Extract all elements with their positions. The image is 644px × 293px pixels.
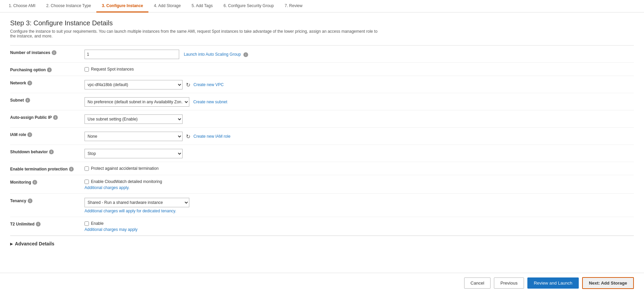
t2-unlimited-sub-link[interactable]: Additional charges may apply xyxy=(85,227,634,232)
number-of-instances-label: Number of instances i xyxy=(10,49,85,55)
purchasing-option-info-icon[interactable]: i xyxy=(47,68,52,72)
tab-add-tags[interactable]: 5. Add Tags xyxy=(186,0,218,12)
termination-protection-field: Protect against accidental termination xyxy=(85,165,634,171)
tenancy-info-icon[interactable]: i xyxy=(28,198,32,203)
number-of-instances-info-icon[interactable]: i xyxy=(52,50,56,55)
page-title: Step 3: Configure Instance Details xyxy=(10,19,634,27)
termination-protection-row: Enable termination protection i Protect … xyxy=(10,162,634,175)
number-of-instances-input[interactable] xyxy=(85,50,179,59)
tenancy-label: Tenancy i xyxy=(10,197,85,203)
advanced-details-label: Advanced Details xyxy=(15,241,54,246)
subnet-info-icon[interactable]: i xyxy=(25,98,30,103)
shutdown-behavior-field: Stop xyxy=(85,148,634,158)
monitoring-row: Monitoring i Enable CloudWatch detailed … xyxy=(10,175,634,194)
shutdown-behavior-label: Shutdown behavior i xyxy=(10,148,85,154)
main-content: Step 3: Configure Instance Details Confi… xyxy=(0,12,644,266)
termination-protection-checkbox[interactable] xyxy=(85,166,89,171)
t2-unlimited-label: T2 Unlimited i xyxy=(10,220,85,227)
purchasing-option-label: Purchasing option i xyxy=(10,66,85,72)
tenancy-sub-link[interactable]: Additional charges will apply for dedica… xyxy=(85,209,634,213)
auto-assign-ip-label: Auto-assign Public IP i xyxy=(10,114,85,120)
shutdown-behavior-row: Shutdown behavior i Stop xyxy=(10,145,634,162)
advanced-details-arrow-icon: ▶ xyxy=(10,242,13,246)
termination-protection-checkbox-label: Protect against accidental termination xyxy=(91,166,159,171)
purchasing-option-field: Request Spot instances xyxy=(85,66,634,72)
network-row: Network i vpc-df4a18bb (default) ↻ Creat… xyxy=(10,76,634,93)
advanced-details-toggle[interactable]: ▶ Advanced Details xyxy=(10,241,634,246)
monitoring-checkbox[interactable] xyxy=(85,180,89,184)
form-section: Number of instances i Launch into Auto S… xyxy=(10,45,634,236)
iam-role-row: IAM role i None ↻ Create new IAM role xyxy=(10,128,634,145)
tenancy-row: Tenancy i Shared - Run a shared hardware… xyxy=(10,194,634,217)
launch-auto-scaling-link[interactable]: Launch into Auto Scaling Group xyxy=(184,52,241,57)
iam-role-select[interactable]: None xyxy=(85,132,183,141)
subnet-row: Subnet i No preference (default subnet i… xyxy=(10,93,634,110)
network-refresh-icon[interactable]: ↻ xyxy=(186,82,190,88)
network-field: vpc-df4a18bb (default) ↻ Create new VPC xyxy=(85,79,634,89)
network-label: Network i xyxy=(10,79,85,85)
create-iam-link[interactable]: Create new IAM role xyxy=(193,134,230,139)
auto-assign-ip-info-icon[interactable]: i xyxy=(53,115,58,120)
purchasing-option-row: Purchasing option i Request Spot instanc… xyxy=(10,63,634,76)
monitoring-checkbox-label: Enable CloudWatch detailed monitoring xyxy=(91,179,162,184)
network-select[interactable]: vpc-df4a18bb (default) xyxy=(85,80,183,89)
tenancy-field: Shared - Run a shared hardware instance … xyxy=(85,197,634,213)
termination-protection-label: Enable termination protection i xyxy=(10,165,85,171)
create-subnet-link[interactable]: Create new subnet xyxy=(193,100,228,104)
wizard-navigation: 1. Choose AMI 2. Choose Instance Type 3.… xyxy=(0,0,644,12)
auto-scaling-info-icon[interactable]: i xyxy=(243,52,248,57)
auto-assign-ip-select[interactable]: Use subnet setting (Enable) xyxy=(85,114,183,124)
tab-configure-instance[interactable]: 3. Configure Instance xyxy=(96,0,148,12)
shutdown-behavior-select[interactable]: Stop xyxy=(85,149,183,158)
termination-protection-info-icon[interactable]: i xyxy=(69,167,74,171)
auto-assign-ip-field: Use subnet setting (Enable) xyxy=(85,114,634,124)
tab-add-storage[interactable]: 4. Add Storage xyxy=(148,0,186,12)
monitoring-field: Enable CloudWatch detailed monitoring Ad… xyxy=(85,179,634,190)
t2-unlimited-field: Enable Additional charges may apply xyxy=(85,220,634,232)
shutdown-behavior-info-icon[interactable]: i xyxy=(49,150,54,154)
page-description: Configure the instance to suit your requ… xyxy=(10,29,382,38)
tab-review[interactable]: 7. Review xyxy=(279,0,308,12)
create-vpc-link[interactable]: Create new VPC xyxy=(193,82,223,87)
number-of-instances-row: Number of instances i Launch into Auto S… xyxy=(10,46,634,63)
monitoring-info-icon[interactable]: i xyxy=(32,180,37,185)
t2-unlimited-info-icon[interactable]: i xyxy=(36,222,41,227)
advanced-details-section: ▶ Advanced Details xyxy=(10,236,634,251)
subnet-field: No preference (default subnet in any Ava… xyxy=(85,97,634,107)
tab-choose-instance-type[interactable]: 2. Choose Instance Type xyxy=(41,0,97,12)
iam-role-field: None ↻ Create new IAM role xyxy=(85,131,634,141)
t2-unlimited-row: T2 Unlimited i Enable Additional charges… xyxy=(10,217,634,236)
tab-configure-security-group[interactable]: 6. Configure Security Group xyxy=(218,0,279,12)
tenancy-select[interactable]: Shared - Run a shared hardware instance xyxy=(85,198,189,207)
monitoring-label: Monitoring i xyxy=(10,179,85,185)
subnet-label: Subnet i xyxy=(10,97,85,103)
iam-role-label: IAM role i xyxy=(10,131,85,137)
iam-role-info-icon[interactable]: i xyxy=(27,132,32,137)
t2-unlimited-checkbox[interactable] xyxy=(85,221,89,226)
number-of-instances-field: Launch into Auto Scaling Group i xyxy=(85,49,634,59)
network-info-icon[interactable]: i xyxy=(27,81,32,85)
request-spot-instances-label: Request Spot instances xyxy=(91,67,134,72)
request-spot-instances-checkbox[interactable] xyxy=(85,67,89,72)
monitoring-sub-link[interactable]: Additional charges apply. xyxy=(85,185,634,190)
t2-unlimited-checkbox-label: Enable xyxy=(91,221,103,226)
tab-choose-ami[interactable]: 1. Choose AMI xyxy=(3,0,41,12)
auto-assign-ip-row: Auto-assign Public IP i Use subnet setti… xyxy=(10,110,634,128)
subnet-select[interactable]: No preference (default subnet in any Ava… xyxy=(85,97,189,107)
iam-role-refresh-icon[interactable]: ↻ xyxy=(186,133,190,140)
